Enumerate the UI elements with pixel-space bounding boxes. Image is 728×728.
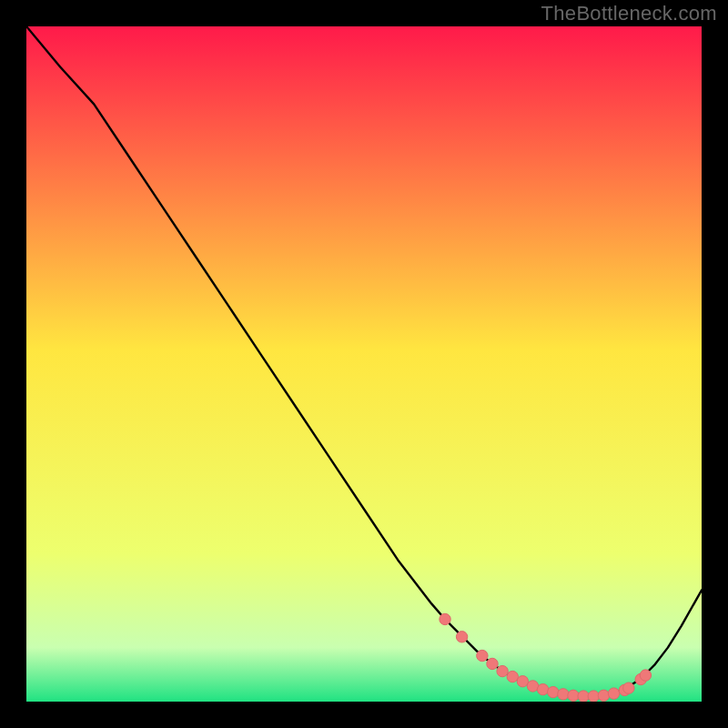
data-dot [548, 686, 559, 697]
data-dot [640, 670, 651, 681]
watermark-text: TheBottleneck.com [541, 2, 717, 25]
data-dot [598, 690, 609, 701]
data-dot [537, 683, 548, 694]
data-dot [623, 682, 634, 693]
data-dot [558, 689, 569, 700]
plot-area [26, 26, 702, 702]
data-dot [568, 690, 579, 701]
gradient-background [26, 26, 702, 702]
data-dot [497, 665, 508, 676]
data-dot [507, 671, 518, 682]
data-dot [487, 658, 498, 669]
data-dot [440, 613, 450, 624]
chart-frame: TheBottleneck.com [0, 0, 728, 728]
data-dot [608, 688, 619, 699]
data-dot [456, 632, 467, 642]
data-dot [588, 691, 599, 702]
bottleneck-plot-svg [26, 26, 702, 702]
data-dot [517, 676, 528, 687]
data-dot [527, 681, 538, 692]
data-dot [477, 650, 488, 661]
data-dot [578, 691, 589, 702]
